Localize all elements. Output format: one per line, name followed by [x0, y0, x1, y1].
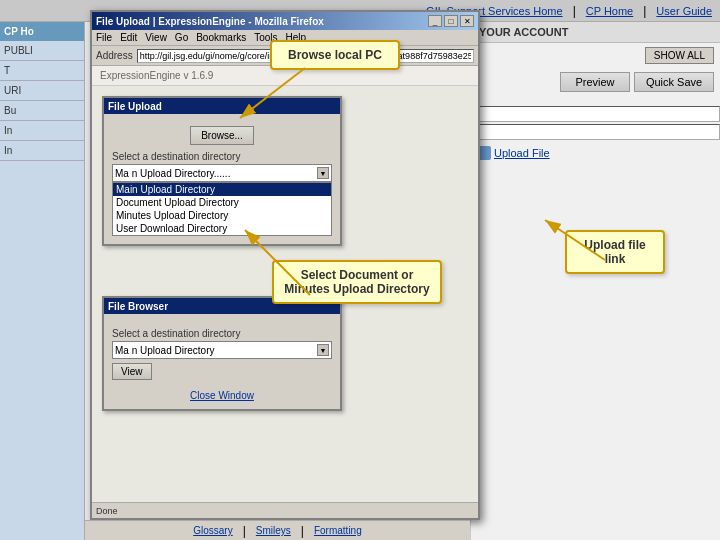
- file-browser-content: Select a destination directory Ma n Uplo…: [104, 314, 340, 409]
- dropdown-item-user[interactable]: User Download Directory: [113, 222, 331, 235]
- file-upload-panel: File Upload Browse... Select a destinati…: [102, 96, 342, 246]
- maximize-button[interactable]: □: [444, 15, 458, 27]
- menu-go[interactable]: Go: [175, 32, 188, 43]
- file-browser-select-label: Select a destination directory: [112, 328, 332, 339]
- destination-dropdown[interactable]: Ma n Upload Directory...... ▼: [112, 164, 332, 182]
- file-upload-title-bar: File Upload: [104, 98, 340, 114]
- browser-controls: _ □ ✕: [428, 15, 474, 27]
- show-all-container: SHOW ALL: [471, 43, 720, 68]
- menu-view[interactable]: View: [145, 32, 167, 43]
- sidebar-section-bu: Bu: [0, 101, 84, 121]
- dropdown-list: Main Upload Directory Document Upload Di…: [112, 182, 332, 236]
- close-button[interactable]: ✕: [460, 15, 474, 27]
- address-label: Address: [96, 50, 133, 61]
- upload-file-link[interactable]: Upload File: [471, 142, 720, 164]
- smileys-link[interactable]: Smileys: [256, 525, 291, 536]
- menu-file[interactable]: File: [96, 32, 112, 43]
- minimize-button[interactable]: _: [428, 15, 442, 27]
- file-browser-dropdown-arrow[interactable]: ▼: [317, 344, 329, 356]
- callout-upload-file: Upload filelink: [565, 230, 665, 274]
- browser-title-bar: File Upload | ExpressionEngine - Mozilla…: [92, 12, 478, 30]
- file-browser-dropdown[interactable]: Ma n Upload Directory ▼: [112, 341, 332, 359]
- dropdown-selected-text: Ma n Upload Directory......: [115, 168, 230, 179]
- quicksave-button[interactable]: Quick Save: [634, 72, 714, 92]
- browser-status-bar: Done: [92, 502, 478, 518]
- browse-button[interactable]: Browse...: [190, 126, 254, 145]
- bottom-toolbar: Glossary | Smileys | Formatting: [85, 520, 470, 540]
- callout-select-directory: Select Document orMinutes Upload Directo…: [272, 260, 442, 304]
- callout-browse-local: Browse local PC: [270, 40, 400, 70]
- left-sidebar: CP Ho PUBLI T URI Bu In In: [0, 22, 85, 540]
- close-window-link[interactable]: Close Window: [112, 390, 332, 401]
- sidebar-section-in1: In: [0, 121, 84, 141]
- sidebar-section-in2: In: [0, 141, 84, 161]
- file-browser-dropdown-text: Ma n Upload Directory: [115, 345, 214, 356]
- show-all-button[interactable]: SHOW ALL: [645, 47, 714, 64]
- sidebar-section-t: T: [0, 61, 84, 81]
- select-dest-label: Select a destination directory: [112, 151, 332, 162]
- formatting-link[interactable]: Formatting: [314, 525, 362, 536]
- sidebar-section-publi: PUBLI: [0, 41, 84, 61]
- account-header: YOUR ACCOUNT: [471, 22, 720, 43]
- file-upload-title: File Upload: [108, 101, 162, 112]
- glossary-link[interactable]: Glossary: [193, 525, 232, 536]
- right-panel: YOUR ACCOUNT SHOW ALL Preview Quick Save…: [470, 22, 720, 540]
- preview-button[interactable]: Preview: [560, 72, 630, 92]
- sidebar-section-uri: URI: [0, 81, 84, 101]
- right-input-1[interactable]: [471, 106, 720, 122]
- nav-link-cp-home[interactable]: CP Home: [586, 5, 633, 17]
- file-upload-content: Browse... Select a destination directory…: [104, 114, 340, 244]
- dropdown-item-document[interactable]: Document Upload Directory: [113, 196, 331, 209]
- preview-quicksave-row: Preview Quick Save: [471, 68, 720, 96]
- dropdown-item-main[interactable]: Main Upload Directory: [113, 183, 331, 196]
- file-browser-panel: File Browser Select a destination direct…: [102, 296, 342, 411]
- menu-bookmarks[interactable]: Bookmarks: [196, 32, 246, 43]
- dropdown-arrow[interactable]: ▼: [317, 167, 329, 179]
- nav-link-user-guide[interactable]: User Guide: [656, 5, 712, 17]
- upload-file-label: Upload File: [494, 147, 550, 159]
- browser-title-text: File Upload | ExpressionEngine - Mozilla…: [96, 16, 324, 27]
- file-browser-title: File Browser: [108, 301, 168, 312]
- right-input-2[interactable]: [471, 124, 720, 140]
- status-text: Done: [96, 506, 118, 516]
- dropdown-item-minutes[interactable]: Minutes Upload Directory: [113, 209, 331, 222]
- sidebar-header: CP Ho: [0, 22, 84, 41]
- view-button[interactable]: View: [112, 363, 152, 380]
- menu-edit[interactable]: Edit: [120, 32, 137, 43]
